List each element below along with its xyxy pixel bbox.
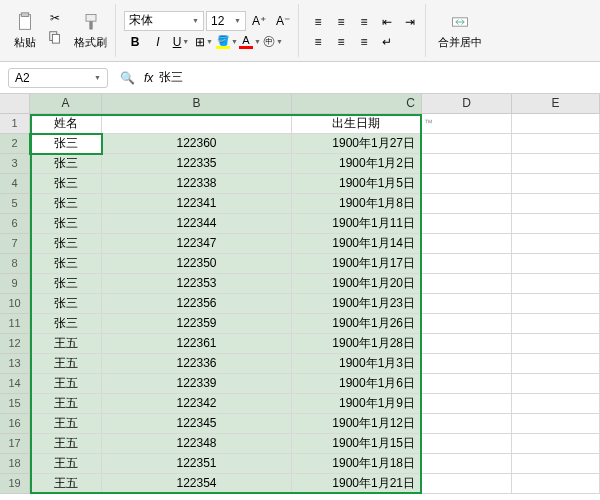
cancel-edit-button[interactable]: 🔍: [116, 69, 138, 87]
row-header[interactable]: 11: [0, 314, 30, 334]
cell[interactable]: 张三: [30, 214, 102, 234]
format-painter-button[interactable]: 格式刷: [70, 9, 111, 52]
cell[interactable]: [512, 254, 600, 274]
cell[interactable]: [512, 154, 600, 174]
cell[interactable]: 1900年1月11日: [292, 214, 422, 234]
cell[interactable]: [422, 274, 512, 294]
cell[interactable]: 122360: [102, 134, 292, 154]
cell[interactable]: 1900年1月26日: [292, 314, 422, 334]
cell[interactable]: 张三: [30, 194, 102, 214]
cell[interactable]: 1900年1月20日: [292, 274, 422, 294]
cell[interactable]: [422, 414, 512, 434]
cell[interactable]: 1900年1月17日: [292, 254, 422, 274]
cell[interactable]: [512, 354, 600, 374]
wrap-text-button[interactable]: ↵: [376, 33, 398, 51]
align-left-button[interactable]: ≡: [307, 33, 329, 51]
font-name-select[interactable]: 宋体▼: [124, 11, 204, 31]
cell[interactable]: [422, 474, 512, 494]
cell[interactable]: 1900年1月6日: [292, 374, 422, 394]
cell[interactable]: 122348: [102, 434, 292, 454]
cell[interactable]: 1900年1月9日: [292, 394, 422, 414]
cell[interactable]: 1900年1月2日: [292, 154, 422, 174]
select-all-corner[interactable]: [0, 94, 30, 114]
phonetic-button[interactable]: ㊥▼: [262, 33, 284, 51]
row-header[interactable]: 3: [0, 154, 30, 174]
align-right-button[interactable]: ≡: [353, 33, 375, 51]
cell[interactable]: 122336: [102, 354, 292, 374]
cell[interactable]: 王五: [30, 454, 102, 474]
row-header[interactable]: 12: [0, 334, 30, 354]
cell[interactable]: 122335: [102, 154, 292, 174]
copy-button[interactable]: [44, 28, 66, 46]
cell[interactable]: [512, 414, 600, 434]
cell[interactable]: 1900年1月28日: [292, 334, 422, 354]
cell[interactable]: 122339: [102, 374, 292, 394]
cell[interactable]: 122338: [102, 174, 292, 194]
row-header[interactable]: 13: [0, 354, 30, 374]
col-header[interactable]: D: [422, 94, 512, 114]
row-header[interactable]: 17: [0, 434, 30, 454]
cell[interactable]: [422, 314, 512, 334]
cell[interactable]: [422, 114, 512, 134]
align-center-button[interactable]: ≡: [330, 33, 352, 51]
cell[interactable]: 张三: [30, 254, 102, 274]
decrease-font-button[interactable]: A⁻: [272, 12, 294, 30]
cell[interactable]: [512, 434, 600, 454]
cell[interactable]: 1900年1月3日: [292, 354, 422, 374]
cell[interactable]: [422, 374, 512, 394]
align-top-button[interactable]: ≡: [307, 13, 329, 31]
align-middle-button[interactable]: ≡: [330, 13, 352, 31]
paste-button[interactable]: 粘贴: [10, 9, 40, 52]
cell[interactable]: 1900年1月21日: [292, 474, 422, 494]
cell[interactable]: 1900年1月8日: [292, 194, 422, 214]
cell[interactable]: 王五: [30, 414, 102, 434]
cell[interactable]: 王五: [30, 474, 102, 494]
cell[interactable]: 张三: [30, 174, 102, 194]
increase-indent-button[interactable]: ⇥: [399, 13, 421, 31]
formula-input[interactable]: 张三: [159, 69, 592, 86]
cell[interactable]: 1900年1月12日: [292, 414, 422, 434]
cell[interactable]: 王五: [30, 394, 102, 414]
cell[interactable]: 122342: [102, 394, 292, 414]
cell[interactable]: 122359: [102, 314, 292, 334]
font-size-select[interactable]: 12▼: [206, 11, 246, 31]
cell[interactable]: 张三: [30, 274, 102, 294]
row-header[interactable]: 9: [0, 274, 30, 294]
cell[interactable]: 1900年1月18日: [292, 454, 422, 474]
cell[interactable]: 122356: [102, 294, 292, 314]
cell[interactable]: [512, 374, 600, 394]
cell[interactable]: 王五: [30, 334, 102, 354]
cell[interactable]: 122350: [102, 254, 292, 274]
row-header[interactable]: 7: [0, 234, 30, 254]
cell[interactable]: [422, 334, 512, 354]
cell[interactable]: [512, 134, 600, 154]
row-header[interactable]: 16: [0, 414, 30, 434]
cell[interactable]: [422, 174, 512, 194]
cell[interactable]: [512, 474, 600, 494]
cut-button[interactable]: ✂: [44, 9, 66, 27]
cell[interactable]: 122347: [102, 234, 292, 254]
bold-button[interactable]: B: [124, 33, 146, 51]
cell[interactable]: [422, 294, 512, 314]
cell[interactable]: 122351: [102, 454, 292, 474]
col-header[interactable]: A: [30, 94, 102, 114]
cell[interactable]: [512, 314, 600, 334]
cell[interactable]: 姓名: [30, 114, 102, 134]
increase-font-button[interactable]: A⁺: [248, 12, 270, 30]
col-header[interactable]: B: [102, 94, 292, 114]
cell[interactable]: 张三: [30, 314, 102, 334]
row-header[interactable]: 19: [0, 474, 30, 494]
cell[interactable]: [512, 334, 600, 354]
cell[interactable]: [422, 154, 512, 174]
cell[interactable]: 122354: [102, 474, 292, 494]
cell[interactable]: 张三: [30, 154, 102, 174]
cell[interactable]: [422, 134, 512, 154]
cell[interactable]: [422, 254, 512, 274]
cell[interactable]: 张三: [30, 234, 102, 254]
italic-button[interactable]: I: [147, 33, 169, 51]
row-header[interactable]: 15: [0, 394, 30, 414]
cell[interactable]: 王五: [30, 354, 102, 374]
cell[interactable]: [512, 114, 600, 134]
cell[interactable]: 张三: [30, 134, 102, 154]
row-header[interactable]: 18: [0, 454, 30, 474]
